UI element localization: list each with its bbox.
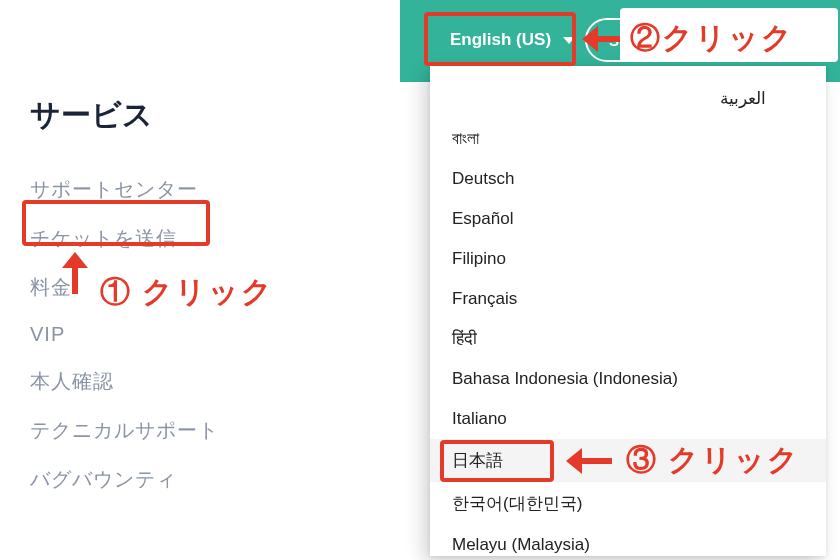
language-item-french[interactable]: Français bbox=[430, 279, 826, 319]
language-item-german[interactable]: Deutsch bbox=[430, 159, 826, 199]
annotation-box-1 bbox=[22, 200, 210, 246]
language-item-bengali[interactable]: বাংলা bbox=[430, 119, 826, 159]
language-dropdown-list: العربية বাংলা Deutsch Español Filipino F… bbox=[430, 66, 826, 556]
sidebar-item-vip[interactable]: VIP bbox=[30, 323, 365, 346]
annotation-box-3 bbox=[440, 440, 554, 482]
language-item-hindi[interactable]: हिंदी bbox=[430, 319, 826, 359]
annotation-label-2: ②クリック bbox=[630, 18, 794, 59]
language-item-italian[interactable]: Italiano bbox=[430, 399, 826, 439]
annotation-label-3: ③ クリック bbox=[626, 440, 800, 481]
language-item-indonesian[interactable]: Bahasa Indonesia (Indonesia) bbox=[430, 359, 826, 399]
sidebar-item-support-center[interactable]: サポートセンター bbox=[30, 176, 365, 203]
annotation-box-2 bbox=[424, 12, 576, 66]
language-item-korean[interactable]: 한국어(대한민국) bbox=[430, 482, 826, 525]
language-dropdown: العربية বাংলা Deutsch Español Filipino F… bbox=[430, 66, 826, 556]
language-item-filipino[interactable]: Filipino bbox=[430, 239, 826, 279]
sidebar-item-bug-bounty[interactable]: バグバウンティ bbox=[30, 466, 365, 493]
services-heading: サービス bbox=[30, 95, 365, 136]
language-item-arabic[interactable]: العربية bbox=[430, 78, 826, 119]
language-item-spanish[interactable]: Español bbox=[430, 199, 826, 239]
sidebar-item-verification[interactable]: 本人確認 bbox=[30, 368, 365, 395]
sidebar-item-technical-support[interactable]: テクニカルサポート bbox=[30, 417, 365, 444]
language-item-malay[interactable]: Melayu (Malaysia) bbox=[430, 525, 826, 556]
annotation-label-1: ① クリック bbox=[100, 272, 274, 313]
